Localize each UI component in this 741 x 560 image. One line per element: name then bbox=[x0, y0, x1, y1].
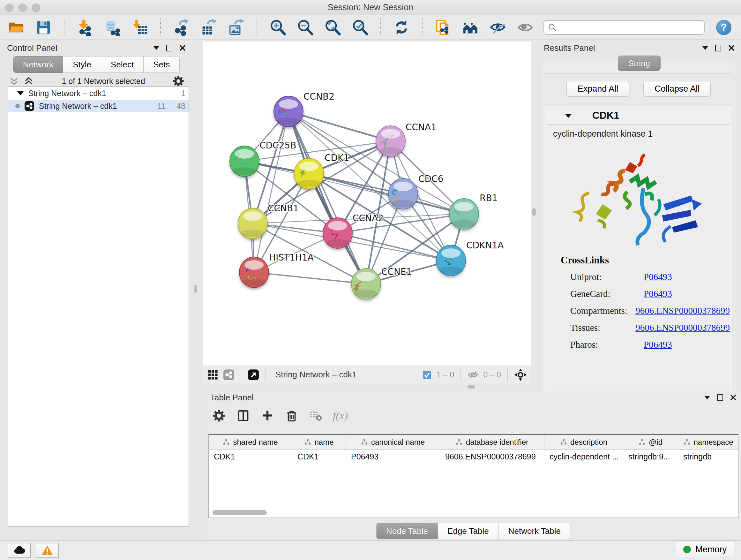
column-header--id[interactable]: @id bbox=[623, 435, 678, 449]
splitter-handle[interactable] bbox=[194, 285, 197, 293]
warnings-button[interactable] bbox=[36, 543, 59, 558]
node-CDK1[interactable] bbox=[294, 159, 324, 189]
function-builder-icon[interactable]: f(x) bbox=[333, 410, 348, 422]
zoom-out-button[interactable] bbox=[295, 18, 315, 37]
help-button[interactable]: ? bbox=[716, 20, 731, 35]
node-CCNE1[interactable] bbox=[351, 268, 381, 299]
node-CDC25B[interactable] bbox=[230, 146, 259, 177]
column-header-database-identifier[interactable]: database identifier bbox=[440, 435, 544, 449]
node-RB1[interactable] bbox=[449, 199, 479, 229]
crosslink-link[interactable]: P06493 bbox=[644, 268, 672, 286]
column-header-namespace[interactable]: namespace bbox=[678, 435, 738, 449]
tab-network-table[interactable]: Network Table bbox=[499, 523, 570, 539]
tree-expand-icon[interactable] bbox=[17, 91, 23, 96]
refresh-layout-button[interactable] bbox=[392, 18, 411, 37]
panel-menu-icon[interactable] bbox=[704, 396, 710, 399]
tab-node-table[interactable]: Node Table bbox=[376, 523, 438, 539]
panel-close-icon[interactable] bbox=[730, 394, 737, 401]
save-session-button[interactable] bbox=[34, 18, 53, 37]
column-header-shared-name[interactable]: shared name bbox=[209, 435, 292, 449]
import-table-button[interactable] bbox=[130, 18, 149, 37]
tab-edge-table[interactable]: Edge Table bbox=[438, 523, 499, 539]
column-header-name[interactable]: name bbox=[292, 435, 346, 449]
column-header-description[interactable]: description bbox=[544, 435, 623, 449]
node-CDKN1A[interactable] bbox=[436, 245, 466, 276]
result-entry-header[interactable]: CDK1 bbox=[545, 107, 732, 124]
delete-table-button[interactable] bbox=[309, 408, 323, 423]
add-column-button[interactable] bbox=[260, 408, 275, 423]
table-row[interactable]: CDK1CDK1P064939606.ENSP00000378699cyclin… bbox=[209, 450, 738, 463]
table-cell[interactable]: CDK1 bbox=[292, 452, 346, 461]
network-from-selection-button[interactable] bbox=[433, 18, 453, 37]
horizontal-scrollbar[interactable] bbox=[212, 510, 267, 515]
node-CCNB1[interactable] bbox=[238, 208, 267, 239]
table-cell[interactable]: stringdb:9... bbox=[623, 452, 678, 461]
node-CCNB2[interactable] bbox=[274, 96, 303, 127]
edge-HIST1H1A-CCNE1[interactable] bbox=[254, 272, 366, 284]
expand-all-icon[interactable] bbox=[23, 75, 35, 87]
import-network-button[interactable] bbox=[75, 18, 94, 37]
group-nodes-button[interactable] bbox=[461, 18, 480, 37]
tab-string[interactable]: String bbox=[618, 56, 661, 71]
selected-checkbox-icon[interactable] bbox=[422, 370, 432, 380]
show-columns-button[interactable] bbox=[236, 408, 251, 423]
export-table-button[interactable] bbox=[199, 18, 218, 37]
panel-menu-icon[interactable] bbox=[153, 46, 159, 50]
panel-close-icon[interactable] bbox=[728, 45, 735, 51]
node-table[interactable]: shared namenamecanonical namedatabase id… bbox=[208, 434, 738, 518]
table-cell[interactable]: P06493 bbox=[346, 452, 440, 461]
node-CDC6[interactable] bbox=[388, 179, 418, 209]
edge-CCNB2-CCNA1[interactable] bbox=[288, 111, 391, 141]
network-collection-row[interactable]: String Network – cdk1 1 bbox=[8, 86, 189, 100]
tab-sets[interactable]: Sets bbox=[144, 56, 180, 73]
delete-column-button[interactable] bbox=[284, 408, 299, 423]
zoom-in-button[interactable] bbox=[268, 18, 287, 37]
panel-close-icon[interactable] bbox=[179, 45, 186, 51]
crosslink-link[interactable]: 9606.ENSP00000378699 bbox=[635, 302, 730, 319]
tab-network[interactable]: Network bbox=[13, 56, 63, 73]
splitter-handle[interactable] bbox=[532, 208, 536, 216]
node-CCNA2[interactable] bbox=[323, 218, 352, 248]
entry-collapse-icon[interactable] bbox=[565, 114, 572, 118]
grid-view-icon[interactable] bbox=[207, 369, 219, 381]
panel-float-icon[interactable] bbox=[166, 45, 172, 51]
tab-style[interactable]: Style bbox=[63, 56, 101, 73]
crosslink-link[interactable]: 9606.ENSP00000378699 bbox=[635, 319, 730, 336]
panel-float-icon[interactable] bbox=[715, 45, 721, 51]
search-box[interactable] bbox=[543, 20, 704, 35]
table-cell[interactable]: stringdb bbox=[678, 452, 738, 461]
crosslink-link[interactable]: P06493 bbox=[644, 336, 672, 353]
collapse-all-icon[interactable] bbox=[8, 75, 20, 87]
table-cell[interactable]: 9606.ENSP00000378699 bbox=[440, 452, 544, 461]
hidden-eye-icon[interactable] bbox=[467, 369, 479, 381]
export-image-button[interactable] bbox=[226, 18, 246, 37]
expand-all-button[interactable]: Expand All bbox=[566, 81, 630, 97]
export-network-button[interactable] bbox=[172, 18, 191, 37]
node-CCNA1[interactable] bbox=[376, 126, 405, 157]
table-settings-button[interactable] bbox=[212, 408, 226, 423]
panel-float-icon[interactable] bbox=[717, 394, 723, 401]
fit-content-icon[interactable] bbox=[514, 368, 527, 381]
splitter-handle[interactable] bbox=[468, 385, 475, 388]
table-cell[interactable]: cyclin-dependent ... bbox=[544, 452, 623, 461]
tab-select[interactable]: Select bbox=[101, 56, 144, 73]
network-view-canvas[interactable]: CCNB2CCNA1CDC25BCDK1CDC6RB1CCNB1CCNA2CDK… bbox=[203, 42, 531, 366]
network-badge-icon[interactable] bbox=[223, 369, 234, 381]
birds-eye-view-icon[interactable] bbox=[248, 369, 259, 381]
panel-menu-icon[interactable] bbox=[702, 46, 708, 50]
network-row-selected[interactable]: String Network – cdk1 11 48 bbox=[8, 100, 189, 112]
memory-button[interactable]: Memory bbox=[676, 542, 734, 557]
zoom-fit-button[interactable] bbox=[323, 18, 342, 37]
hide-selected-button[interactable] bbox=[488, 18, 508, 37]
collapse-all-button[interactable]: Collapse All bbox=[643, 81, 711, 97]
show-all-button[interactable] bbox=[516, 18, 535, 37]
search-input[interactable] bbox=[560, 22, 700, 32]
cloud-status-button[interactable] bbox=[8, 543, 30, 558]
table-cell[interactable]: CDK1 bbox=[209, 452, 292, 461]
open-file-button[interactable] bbox=[6, 18, 25, 37]
node-HIST1H1A[interactable] bbox=[239, 257, 269, 288]
import-database-button[interactable] bbox=[103, 18, 122, 37]
zoom-selected-button[interactable] bbox=[350, 18, 369, 37]
crosslink-link[interactable]: P06493 bbox=[644, 286, 672, 302]
column-header-canonical-name[interactable]: canonical name bbox=[346, 435, 440, 449]
